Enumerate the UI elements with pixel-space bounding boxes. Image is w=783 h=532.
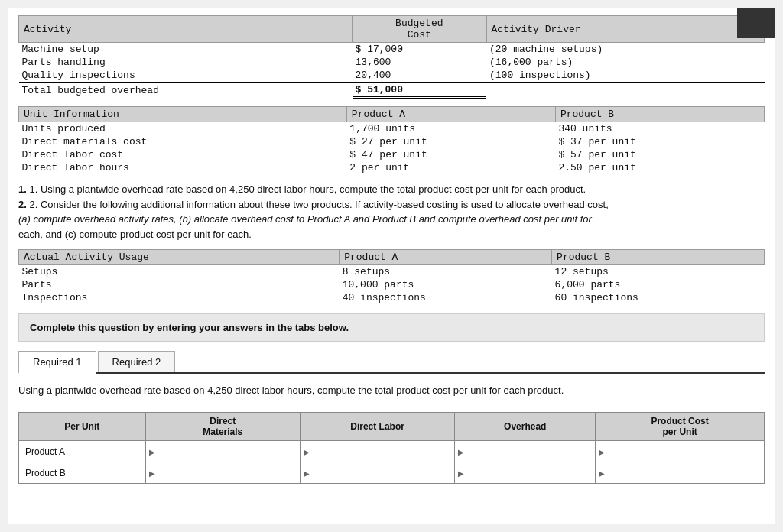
direct-labor-hours-b: 2.50 per unit — [555, 161, 764, 174]
product-b-direct-materials-input[interactable] — [145, 462, 300, 484]
product-a-direct-labor-input[interactable] — [300, 441, 454, 462]
setups-label: Setups — [19, 265, 340, 279]
problem-2-text: 2. Consider the following additional inf… — [29, 199, 608, 210]
inspections-a: 40 inspections — [340, 291, 552, 304]
page: Activity BudgetedCost Activity Driver Ma… — [8, 8, 775, 524]
complete-question-text: Complete this question by entering your … — [30, 322, 349, 333]
machine-setup-cost: $ 17,000 — [353, 43, 486, 57]
product-b-product-cost-input[interactable] — [596, 462, 765, 484]
tab-content-text: Using a plantwide overhead rate based on… — [18, 380, 765, 404]
parts-a: 10,000 parts — [340, 278, 552, 291]
total-overhead-cost: $ 51,000 — [353, 83, 486, 98]
parts-handling-cost: 13,600 — [353, 56, 486, 69]
direct-materials-label: Direct materials cost — [19, 135, 347, 148]
product-b-row-label: Product B — [19, 462, 146, 484]
product-a-header: Product A — [346, 107, 555, 122]
problem-1-text: 1. Using a plantwide overhead rate based… — [29, 183, 586, 195]
per-unit-header: Per Unit — [19, 413, 146, 441]
parts-handling-label: Parts handling — [19, 56, 353, 69]
product-cost-col-header: Product Costper Unit — [596, 413, 765, 441]
units-produced-a: 1,700 units — [346, 122, 555, 136]
parts-b: 6,000 parts — [552, 278, 765, 291]
quality-inspections-cost: 20,400 — [353, 69, 486, 83]
problem-text: 1. 1. Using a plantwide overhead rate ba… — [18, 182, 765, 242]
total-overhead-label: Total budgeted overhead — [19, 83, 353, 98]
quality-inspections-driver: (100 inspections) — [486, 69, 764, 83]
problem-2c-text: each, and (c) compute product cost per u… — [18, 229, 252, 240]
direct-labor-cost-b: $ 57 per unit — [555, 148, 764, 161]
product-b-header: Product B — [555, 107, 764, 122]
unit-info-table: Unit Information Product A Product B Uni… — [18, 106, 765, 174]
dark-box — [737, 8, 775, 38]
tabs-container: Required 1 Required 2 — [18, 351, 765, 374]
units-produced-b: 340 units — [555, 122, 764, 136]
total-overhead-driver — [486, 83, 764, 98]
direct-labor-col-header: Direct Labor — [300, 413, 454, 441]
inspections-label: Inspections — [19, 291, 340, 304]
table-row: Product B — [19, 462, 765, 484]
product-a-product-cost-input[interactable] — [596, 441, 765, 462]
units-produced-label: Units produced — [19, 122, 347, 136]
complete-question-box: Complete this question by entering your … — [18, 313, 765, 342]
table-row: Product A — [19, 441, 765, 462]
direct-materials-a: $ 27 per unit — [346, 135, 555, 148]
direct-labor-cost-a: $ 47 per unit — [346, 148, 555, 161]
actual-product-b-header: Product B — [552, 250, 765, 265]
tab-description: Using a plantwide overhead rate based on… — [18, 384, 564, 396]
budgeted-cost-header: BudgetedCost — [353, 16, 486, 43]
product-a-overhead-input[interactable] — [455, 441, 596, 462]
tab-required-2[interactable]: Required 2 — [98, 351, 176, 372]
setups-b: 12 setups — [552, 265, 765, 279]
activity-header: Activity — [19, 16, 353, 43]
direct-materials-col-header: DirectMaterials — [145, 413, 300, 441]
direct-labor-hours-label: Direct labor hours — [19, 161, 347, 174]
quality-inspections-label: Quality inspections — [19, 69, 353, 83]
product-a-row-label: Product A — [19, 441, 146, 462]
unit-info-header: Unit Information — [19, 107, 347, 122]
direct-labor-hours-a: 2 per unit — [346, 161, 555, 174]
tab-required-1[interactable]: Required 1 — [18, 351, 96, 374]
actual-product-a-header: Product A — [340, 250, 552, 265]
product-b-overhead-input[interactable] — [455, 462, 596, 484]
actual-activity-table: Actual Activity Usage Product A Product … — [18, 249, 765, 304]
machine-setup-label: Machine setup — [19, 43, 353, 57]
activity-table: Activity BudgetedCost Activity Driver Ma… — [18, 15, 765, 99]
direct-materials-b: $ 37 per unit — [555, 135, 764, 148]
setups-a: 8 setups — [340, 265, 552, 279]
product-b-direct-labor-input[interactable] — [300, 462, 454, 484]
parts-label: Parts — [19, 278, 340, 291]
overhead-col-header: Overhead — [455, 413, 596, 441]
inspections-b: 60 inspections — [552, 291, 765, 304]
direct-labor-cost-label: Direct labor cost — [19, 148, 347, 161]
problem-2b-text: (a) compute overhead activity rates, (b)… — [18, 213, 592, 225]
answer-table: Per Unit DirectMaterials Direct Labor Ov… — [18, 412, 765, 484]
activity-driver-header: Activity Driver — [486, 16, 764, 43]
parts-handling-driver: (16,000 parts) — [486, 56, 764, 69]
machine-setup-driver: (20 machine setups) — [486, 43, 764, 57]
actual-activity-header: Actual Activity Usage — [19, 250, 340, 265]
product-a-direct-materials-input[interactable] — [145, 441, 300, 462]
